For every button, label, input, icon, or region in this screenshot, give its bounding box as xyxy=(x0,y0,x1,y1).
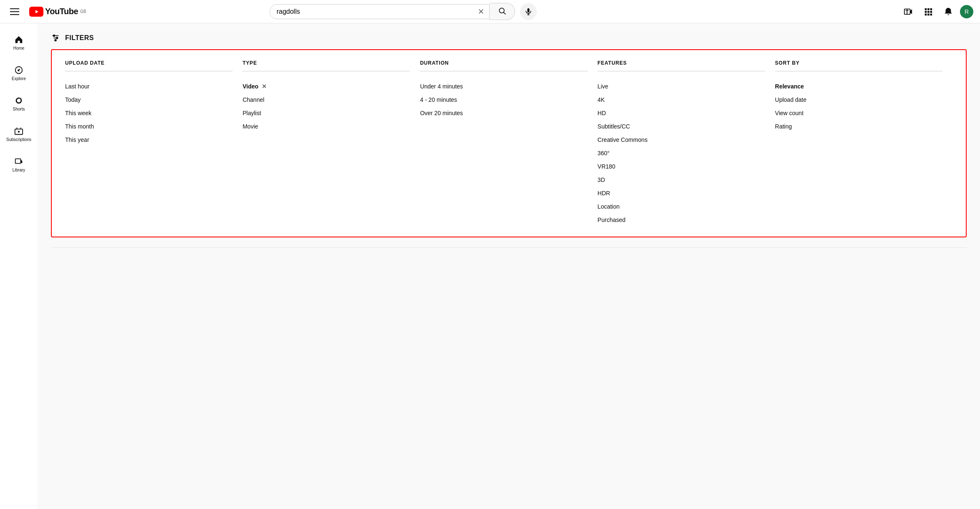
svg-marker-26 xyxy=(18,131,20,133)
sidebar: Home Explore Shorts Subscriptions xyxy=(0,23,38,509)
home-icon xyxy=(14,35,23,44)
svg-marker-0 xyxy=(35,10,38,13)
notifications-button[interactable] xyxy=(940,3,957,20)
filter-channel[interactable]: Channel xyxy=(242,93,410,106)
search-submit-button[interactable] xyxy=(490,3,515,20)
features-divider xyxy=(598,71,765,71)
menu-button[interactable] xyxy=(7,5,23,18)
filter-live[interactable]: Live xyxy=(598,80,765,93)
svg-rect-14 xyxy=(925,11,927,13)
filter-playlist[interactable]: Playlist xyxy=(242,106,410,120)
bottom-divider xyxy=(51,247,967,248)
features-header: FEATURES xyxy=(598,60,765,66)
create-button[interactable] xyxy=(900,3,917,20)
svg-point-34 xyxy=(55,40,56,41)
svg-rect-19 xyxy=(930,13,932,15)
svg-rect-13 xyxy=(930,8,932,10)
filter-vr180[interactable]: VR180 xyxy=(598,160,765,173)
filter-this-month[interactable]: This month xyxy=(65,120,232,133)
filter-subtitles[interactable]: Subtitles/CC xyxy=(598,120,765,133)
filters-icon xyxy=(51,33,60,43)
search-box: ragdolls ✕ xyxy=(270,4,490,19)
layout: Home Explore Shorts Subscriptions xyxy=(0,23,980,509)
upload-date-divider xyxy=(65,71,232,71)
search-container: ragdolls ✕ xyxy=(270,3,537,20)
sidebar-item-shorts[interactable]: Shorts xyxy=(2,89,35,118)
main-content: FILTERS UPLOAD DATE Last hour Today This… xyxy=(38,23,980,509)
apps-button[interactable] xyxy=(920,3,937,20)
svg-point-1 xyxy=(499,8,504,13)
type-divider xyxy=(242,71,410,71)
filter-rating[interactable]: Rating xyxy=(775,120,942,133)
sidebar-explore-label: Explore xyxy=(12,76,26,81)
filter-purchased[interactable]: Purchased xyxy=(598,213,765,227)
filter-video-clear[interactable]: ✕ xyxy=(262,83,267,90)
svg-rect-16 xyxy=(930,11,932,13)
filter-relevance[interactable]: Relevance xyxy=(775,80,942,93)
filter-over-20[interactable]: Over 20 minutes xyxy=(420,106,587,120)
filter-col-features: FEATURES Live 4K HD Subtitles/CC Creativ… xyxy=(598,60,775,227)
shorts-icon xyxy=(14,96,23,105)
filter-under-4[interactable]: Under 4 minutes xyxy=(420,80,587,93)
filter-col-sort-by: SORT BY Relevance Upload date View count… xyxy=(775,60,952,227)
svg-rect-17 xyxy=(925,13,927,15)
logo[interactable]: YouTube GB xyxy=(29,7,86,17)
filter-hd[interactable]: HD xyxy=(598,106,765,120)
apps-icon xyxy=(924,7,933,16)
filter-view-count[interactable]: View count xyxy=(775,106,942,120)
sort-by-divider xyxy=(775,71,942,71)
filter-hdr[interactable]: HDR xyxy=(598,186,765,200)
filter-video[interactable]: Video ✕ xyxy=(242,80,410,93)
sidebar-item-explore[interactable]: Explore xyxy=(2,59,35,88)
filter-location[interactable]: Location xyxy=(598,200,765,213)
filter-this-year[interactable]: This year xyxy=(65,133,232,146)
filter-grid: UPLOAD DATE Last hour Today This week Th… xyxy=(65,60,952,227)
sidebar-shorts-label: Shorts xyxy=(13,107,25,111)
youtube-logo-icon xyxy=(29,7,43,17)
search-icon xyxy=(498,7,506,15)
upload-date-header: UPLOAD DATE xyxy=(65,60,232,66)
sidebar-item-home[interactable]: Home xyxy=(2,28,35,57)
filter-this-week[interactable]: This week xyxy=(65,106,232,120)
logo-text: YouTube xyxy=(45,7,78,16)
header: YouTube GB ragdolls ✕ xyxy=(0,0,980,23)
svg-rect-11 xyxy=(925,8,927,10)
voice-search-button[interactable] xyxy=(520,3,537,20)
search-clear-button[interactable]: ✕ xyxy=(473,7,489,16)
filter-4k[interactable]: 4K xyxy=(598,93,765,106)
play-icon xyxy=(33,9,40,14)
filter-360[interactable]: 360° xyxy=(598,146,765,160)
avatar[interactable]: R xyxy=(960,5,973,18)
filter-today[interactable]: Today xyxy=(65,93,232,106)
logo-country: GB xyxy=(80,9,86,14)
search-input[interactable]: ragdolls xyxy=(270,5,473,19)
svg-rect-18 xyxy=(927,13,929,15)
filter-panel: UPLOAD DATE Last hour Today This week Th… xyxy=(51,49,967,237)
filter-col-type: TYPE Video ✕ Channel Playlist Movie xyxy=(242,60,420,227)
filter-upload-date-sort[interactable]: Upload date xyxy=(775,93,942,106)
sidebar-item-library[interactable]: Library xyxy=(2,150,35,179)
compass-icon xyxy=(14,66,23,75)
filter-4-20[interactable]: 4 - 20 minutes xyxy=(420,93,587,106)
svg-marker-21 xyxy=(17,68,20,71)
svg-point-32 xyxy=(53,35,55,37)
filter-last-hour[interactable]: Last hour xyxy=(65,80,232,93)
filter-video-label: Video xyxy=(242,83,258,90)
sidebar-library-label: Library xyxy=(13,168,25,172)
sort-by-header: SORT BY xyxy=(775,60,942,66)
microphone-icon xyxy=(524,8,533,16)
filter-movie[interactable]: Movie xyxy=(242,120,410,133)
sidebar-item-subscriptions[interactable]: Subscriptions xyxy=(2,120,35,149)
create-icon xyxy=(904,7,913,16)
header-right: R xyxy=(900,3,973,20)
svg-rect-12 xyxy=(927,8,929,10)
sidebar-home-label: Home xyxy=(13,46,25,50)
filter-creative-commons[interactable]: Creative Commons xyxy=(598,133,765,146)
svg-point-33 xyxy=(56,37,58,39)
svg-marker-22 xyxy=(18,100,20,101)
filter-3d[interactable]: 3D xyxy=(598,173,765,186)
type-header: TYPE xyxy=(242,60,410,66)
svg-rect-15 xyxy=(927,11,929,13)
svg-line-2 xyxy=(503,13,505,15)
subscriptions-icon xyxy=(14,126,23,136)
